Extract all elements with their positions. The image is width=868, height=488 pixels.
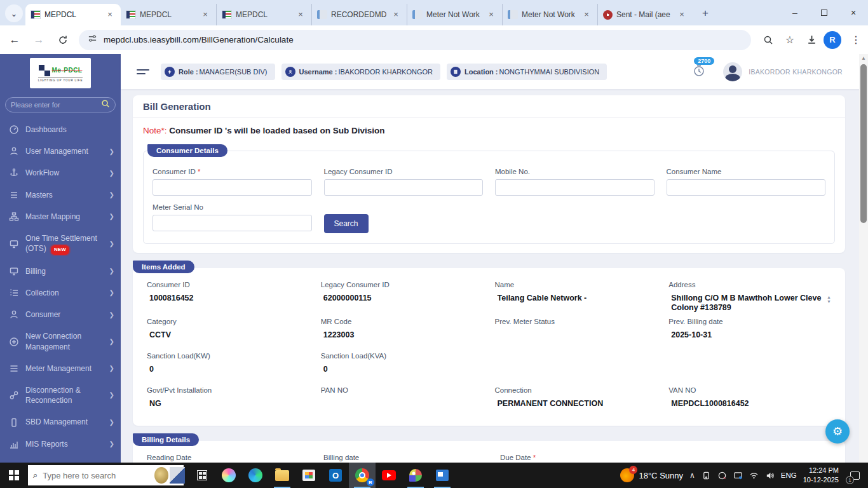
taskbar-app-outlook[interactable]: O bbox=[322, 463, 349, 488]
chevron-right-icon: ❯ bbox=[109, 147, 114, 156]
taskbar-app-edge[interactable] bbox=[242, 463, 269, 488]
browser-tab[interactable]: Meter Not Work × bbox=[502, 4, 597, 25]
new-tab-button[interactable]: + bbox=[696, 4, 714, 22]
clock-icon bbox=[693, 64, 705, 77]
note-line: Note*: Consumer ID 's will be loaded bas… bbox=[133, 118, 845, 142]
document-favicon bbox=[412, 10, 423, 19]
browser-tab[interactable]: Sent - Mail (aee × bbox=[597, 4, 693, 25]
device-icon[interactable] bbox=[702, 471, 711, 480]
session-timer[interactable]: 2700 bbox=[693, 64, 705, 79]
tab-close-icon[interactable]: × bbox=[390, 9, 402, 20]
consumer-name-input[interactable] bbox=[667, 179, 826, 196]
sidebar-item-collection[interactable]: Collection ❯ bbox=[0, 282, 121, 304]
address-bar[interactable]: mepdcl.ubs.ieasybill.com/BillGeneration/… bbox=[79, 30, 751, 50]
browser-tab[interactable]: MEPDCL × bbox=[25, 4, 121, 25]
bookmark-star-icon[interactable]: ☆ bbox=[780, 30, 799, 50]
search-icon[interactable] bbox=[101, 99, 110, 111]
wifi-icon[interactable] bbox=[749, 471, 759, 480]
tab-close-icon[interactable]: × bbox=[104, 9, 116, 20]
taskbar-clock[interactable]: 12:24 PM 10-12-2025 bbox=[803, 466, 839, 485]
browser-tab[interactable]: RECORDEDMD1 × bbox=[311, 4, 407, 25]
taskbar-app-paint[interactable] bbox=[402, 463, 429, 488]
close-window-button[interactable]: × bbox=[839, 0, 868, 25]
sidebar-item-billing[interactable]: Billing ❯ bbox=[0, 261, 121, 282]
taskbar-app-store[interactable] bbox=[295, 463, 322, 488]
sidebar-item-new-connection[interactable]: New Connection Management ❯ bbox=[0, 325, 121, 357]
tray-expand-icon[interactable]: ∧ bbox=[689, 471, 695, 480]
mobile-no-input[interactable] bbox=[495, 179, 654, 196]
menu-toggle-icon[interactable] bbox=[137, 67, 149, 77]
chevron-right-icon: ❯ bbox=[109, 212, 114, 221]
sidebar-item-consumer[interactable]: Consumer ❯ bbox=[0, 304, 121, 325]
taskbar-app-chrome[interactable]: R bbox=[349, 463, 376, 488]
tab-search-button[interactable]: ⌄ bbox=[5, 4, 23, 22]
sidebar-item-dashboards[interactable]: Dashboards bbox=[0, 119, 121, 140]
browser-tab[interactable]: Meter Not Work × bbox=[407, 4, 502, 25]
tab-label: MEPDCL bbox=[140, 10, 196, 19]
meter-serial-input[interactable] bbox=[153, 215, 312, 231]
language-indicator[interactable]: ENG bbox=[781, 471, 797, 479]
download-icon[interactable] bbox=[802, 30, 821, 50]
sidebar-item-sbd-management[interactable]: SBD Management ❯ bbox=[0, 411, 121, 433]
page-scrollbar[interactable]: ▲ bbox=[859, 54, 868, 463]
site-info-icon[interactable] bbox=[88, 34, 97, 46]
notification-center[interactable]: 1 bbox=[845, 463, 864, 488]
billing-details-badge: Billing Details bbox=[133, 433, 199, 446]
tab-close-icon[interactable]: × bbox=[200, 9, 211, 20]
weather-widget[interactable]: 4 18°C Sunny bbox=[620, 468, 683, 482]
mepdcl-favicon bbox=[31, 10, 41, 19]
tab-close-icon[interactable]: × bbox=[581, 9, 592, 20]
task-view-button[interactable] bbox=[189, 463, 215, 488]
display-cast-icon[interactable] bbox=[733, 471, 743, 480]
browser-tab[interactable]: MEPDCL × bbox=[121, 4, 216, 25]
sidebar-search[interactable] bbox=[5, 97, 116, 112]
readonly-field: Govt/Pvt Installation NG bbox=[147, 386, 309, 416]
consumer-name-field: Consumer Name bbox=[667, 168, 826, 196]
settings-fab[interactable]: ⚙ bbox=[825, 419, 850, 444]
sound-device-icon[interactable] bbox=[717, 471, 727, 480]
sidebar-item-ots[interactable]: One Time Settlement (OTS) NEW ❯ bbox=[0, 227, 121, 261]
refresh-icon[interactable] bbox=[53, 30, 72, 50]
tab-close-icon[interactable]: × bbox=[485, 9, 497, 20]
legacy-consumer-id-input[interactable] bbox=[324, 179, 484, 196]
tab-label: MEPDCL bbox=[44, 10, 100, 19]
taskbar-app-copilot[interactable] bbox=[215, 463, 242, 488]
address-scroll-spinner[interactable]: ▲▼ bbox=[827, 295, 831, 304]
search-button[interactable]: Search bbox=[324, 214, 369, 233]
start-button[interactable] bbox=[0, 463, 28, 488]
monitor-icon bbox=[9, 266, 19, 276]
minimize-button[interactable]: – bbox=[780, 0, 810, 25]
restore-button[interactable] bbox=[810, 0, 839, 25]
zoom-icon[interactable] bbox=[759, 30, 778, 50]
browser-profile-avatar[interactable]: R bbox=[824, 31, 841, 49]
sidebar-item-meter-management[interactable]: Meter Management ❯ bbox=[0, 358, 121, 379]
browser-tab[interactable]: MEPDCL × bbox=[216, 4, 311, 25]
sidebar-item-disconnection[interactable]: Disconnection & Reconnection ❯ bbox=[0, 379, 121, 411]
sidebar-item-user-management[interactable]: User Management ❯ bbox=[0, 140, 121, 162]
user-avatar[interactable] bbox=[723, 62, 742, 81]
taskbar-app-file-explorer[interactable] bbox=[269, 463, 295, 488]
meter-serial-field: Meter Serial No bbox=[153, 203, 312, 233]
scroll-up-icon[interactable]: ▲ bbox=[859, 54, 868, 63]
forward-icon[interactable]: → bbox=[29, 30, 48, 50]
tab-close-icon[interactable]: × bbox=[295, 9, 306, 20]
taskbar-app-youtube[interactable] bbox=[376, 463, 402, 488]
taskbar-search-input[interactable] bbox=[43, 471, 154, 480]
sidebar-item-mis-reports[interactable]: MIS Reports ❯ bbox=[0, 433, 121, 455]
username-pill: Username :IBAKORDOR KHARKONGOR bbox=[281, 64, 440, 80]
tab-close-icon[interactable]: × bbox=[676, 9, 688, 20]
sidebar-item-masters[interactable]: Masters ❯ bbox=[0, 184, 121, 206]
scrollbar-thumb[interactable] bbox=[860, 64, 867, 223]
search-highlight-images[interactable] bbox=[154, 467, 185, 484]
taskbar-search[interactable]: ⌕ bbox=[28, 465, 184, 485]
sidebar-item-master-mapping[interactable]: Master Mapping ❯ bbox=[0, 206, 121, 227]
file-explorer-icon bbox=[275, 470, 289, 481]
browser-tab-strip: ⌄ MEPDCL × MEPDCL × MEPDCL × RECORDEDMD1… bbox=[0, 0, 868, 25]
taskbar-app-slides[interactable] bbox=[429, 463, 456, 488]
browser-menu-icon[interactable]: ⋮ bbox=[846, 30, 865, 50]
sidebar-item-workflow[interactable]: WorkFlow ❯ bbox=[0, 162, 121, 184]
sidebar-search-input[interactable] bbox=[11, 101, 101, 109]
consumer-id-input[interactable] bbox=[153, 179, 312, 196]
volume-icon[interactable] bbox=[765, 471, 775, 480]
back-icon[interactable]: ← bbox=[5, 30, 24, 50]
